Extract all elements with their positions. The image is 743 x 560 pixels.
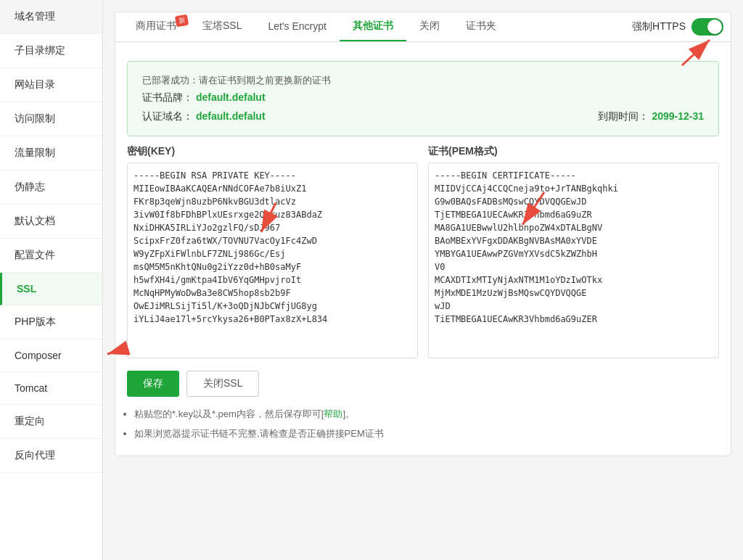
ssl-card: 商用证书 新 宝塔SSL Let's Encrypt 其他证书 关闭 证书夹 强…: [115, 12, 731, 456]
expiry-label: 到期时间： 2099-12-31: [598, 107, 704, 125]
cert-info-box: 已部署成功：请在证书到期之前更换新的证书 证书品牌： default.defal…: [127, 61, 719, 136]
tip-2-text: 如果浏览器提示证书链不完整,请检查是否正确拼接PEM证书: [134, 428, 384, 439]
cert-panels: 密钥(KEY) 证书(PEM格式): [127, 145, 719, 361]
cert-brand-line: 证书品牌： default.defalut: [142, 88, 704, 107]
key-panel: 密钥(KEY): [127, 145, 418, 361]
tab-baota-ssl[interactable]: 宝塔SSL: [189, 12, 255, 41]
sidebar: 域名管理 子目录绑定 网站目录 访问限制 流量限制 伪静志 默认文档 配置文件 …: [0, 0, 103, 560]
domain-label: 认证域名： default.defalut: [142, 107, 266, 125]
cert-domain-expiry-row: 认证域名： default.defalut 到期时间： 2099-12-31: [142, 107, 704, 125]
force-https-switch[interactable]: [691, 18, 723, 36]
main-content: 商用证书 新 宝塔SSL Let's Encrypt 其他证书 关闭 证书夹 强…: [103, 0, 743, 560]
sidebar-item-php[interactable]: PHP版本: [0, 305, 102, 339]
tab-cert-folder[interactable]: 证书夹: [453, 12, 509, 41]
tab-commercial-cert[interactable]: 商用证书 新: [123, 12, 189, 41]
cert-textarea[interactable]: [428, 162, 719, 358]
sidebar-item-default-doc[interactable]: 默认文档: [0, 205, 102, 239]
tab-badge-new: 新: [175, 15, 189, 28]
key-panel-label: 密钥(KEY): [127, 145, 418, 158]
tip-1-link[interactable]: 帮助: [324, 408, 342, 419]
tip-1-text: 粘贴您的*.key以及*.pem内容，然后保存即可[: [134, 408, 324, 419]
sidebar-item-webdir[interactable]: 网站目录: [0, 68, 102, 102]
force-https-label: 强制HTTPS: [632, 20, 686, 33]
ssl-card-body: 已部署成功：请在证书到期之前更换新的证书 证书品牌： default.defal…: [115, 42, 731, 456]
expiry-value: 2099-12-31: [652, 110, 704, 122]
tips-list: 粘贴您的*.key以及*.pem内容，然后保存即可[帮助]。 如果浏览器提示证书…: [127, 407, 719, 442]
sidebar-item-redirect[interactable]: 重定向: [0, 405, 102, 439]
tabs-row: 商用证书 新 宝塔SSL Let's Encrypt 其他证书 关闭 证书夹 强…: [115, 12, 731, 42]
sidebar-item-subdir[interactable]: 子目录绑定: [0, 34, 102, 68]
tab-close[interactable]: 关闭: [406, 12, 453, 41]
sidebar-item-config[interactable]: 配置文件: [0, 239, 102, 273]
brand-label: 证书品牌： default.defalut: [142, 88, 266, 107]
tip-item-1: 粘贴您的*.key以及*.pem内容，然后保存即可[帮助]。: [134, 407, 719, 422]
sidebar-item-ssl[interactable]: SSL: [0, 273, 102, 305]
cert-panel: 证书(PEM格式): [428, 145, 719, 361]
force-https-toggle-area: 强制HTTPS: [632, 18, 723, 36]
sidebar-item-reverse-proxy[interactable]: 反向代理: [0, 439, 102, 473]
brand-value: default.defalut: [196, 91, 266, 103]
sidebar-item-domain[interactable]: 域名管理: [0, 0, 102, 34]
sidebar-item-pseudo-static[interactable]: 伪静志: [0, 170, 102, 205]
cert-success-msg: 已部署成功：请在证书到期之前更换新的证书: [142, 72, 704, 88]
tab-lets-encrypt[interactable]: Let's Encrypt: [255, 13, 340, 41]
domain-value: default.defalut: [196, 110, 266, 122]
key-textarea[interactable]: [127, 162, 418, 358]
sidebar-item-composer[interactable]: Composer: [0, 339, 102, 372]
save-button[interactable]: 保存: [127, 371, 179, 397]
sidebar-item-access[interactable]: 访问限制: [0, 102, 102, 136]
close-ssl-button[interactable]: 关闭SSL: [186, 371, 259, 397]
action-buttons: 保存 关闭SSL: [127, 371, 719, 397]
tab-other-cert[interactable]: 其他证书: [340, 12, 406, 41]
sidebar-item-tomcat[interactable]: Tomcat: [0, 372, 102, 405]
tip-item-2: 如果浏览器提示证书链不完整,请检查是否正确拼接PEM证书: [134, 427, 719, 442]
sidebar-item-traffic[interactable]: 流量限制: [0, 136, 102, 170]
cert-panel-label: 证书(PEM格式): [428, 145, 719, 158]
